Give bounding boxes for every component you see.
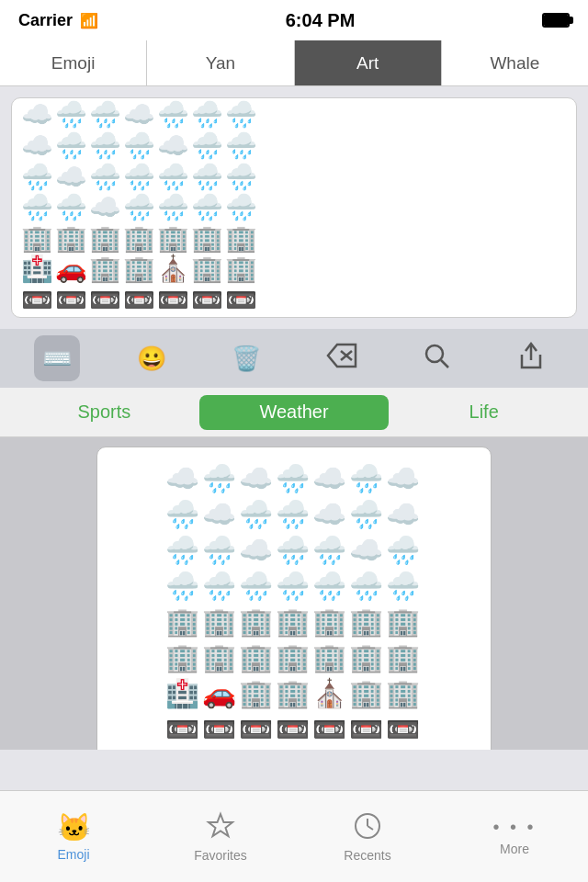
- svg-point-3: [426, 345, 443, 362]
- preview-area: ☁️🌧️🌧️☁️🌧️🌧️🌧️ ☁️🌧️🌧️🌧️☁️🌧️🌧️ 🌧️☁️🌧️🌧️🌧️…: [11, 97, 577, 318]
- emoji-face-icon: 🐱: [57, 811, 91, 843]
- tabs-row: Emoji Yan Art Whale: [0, 40, 588, 86]
- keyboard-icon: ⌨️: [42, 345, 72, 373]
- emoji-icon: 😀: [137, 345, 166, 373]
- category-weather[interactable]: Weather: [199, 395, 390, 430]
- category-life[interactable]: Life: [389, 395, 579, 430]
- star-icon: [206, 811, 235, 844]
- tab-art[interactable]: Art: [295, 40, 442, 85]
- status-left: Carrier 📶: [18, 11, 98, 30]
- trash-icon: 🗑️: [232, 345, 261, 373]
- nav-more[interactable]: • • • More: [441, 817, 588, 856]
- backspace-button[interactable]: [319, 335, 365, 381]
- nav-recents[interactable]: Recents: [294, 811, 441, 863]
- svg-line-4: [441, 360, 448, 368]
- search-button[interactable]: [413, 335, 459, 381]
- search-icon: [423, 342, 450, 376]
- tab-emoji[interactable]: Emoji: [0, 40, 147, 85]
- svg-line-9: [368, 826, 373, 830]
- clock-icon: [353, 811, 382, 844]
- share-button[interactable]: [508, 335, 554, 381]
- toolbar: ⌨️ 😀 🗑️: [0, 329, 588, 388]
- status-right: [542, 13, 570, 28]
- svg-marker-0: [328, 345, 356, 367]
- category-row: Sports Weather Life: [0, 388, 588, 437]
- svg-marker-6: [209, 814, 232, 836]
- status-time: 6:04 PM: [286, 10, 356, 31]
- emoji-button[interactable]: 😀: [129, 335, 175, 381]
- wifi-icon: 📶: [80, 12, 98, 29]
- more-dots-icon: • • •: [492, 817, 536, 838]
- backspace-icon: [326, 343, 357, 375]
- status-bar: Carrier 📶 6:04 PM: [0, 0, 588, 40]
- tab-whale[interactable]: Whale: [442, 40, 588, 85]
- category-sports[interactable]: Sports: [9, 395, 199, 430]
- main-content: ☁️🌧️☁️🌧️☁️🌧️☁️ 🌧️☁️🌧️🌧️☁️🌧️☁️ 🌧️🌧️☁️🌧️🌧️…: [0, 437, 588, 750]
- share-icon: [518, 340, 544, 378]
- tab-yan[interactable]: Yan: [147, 40, 294, 85]
- keyboard-button[interactable]: ⌨️: [34, 335, 80, 381]
- preview-emoji-grid: ☁️🌧️🌧️☁️🌧️🌧️🌧️ ☁️🌧️🌧️🌧️☁️🌧️🌧️ 🌧️☁️🌧️🌧️🌧️…: [21, 99, 259, 315]
- main-emoji-grid: ☁️🌧️☁️🌧️☁️🌧️☁️ 🌧️☁️🌧️🌧️☁️🌧️☁️ 🌧️🌧️☁️🌧️🌧️…: [165, 460, 423, 747]
- nav-favorites[interactable]: Favorites: [147, 811, 294, 863]
- nav-emoji[interactable]: 🐱 Emoji: [0, 811, 147, 862]
- battery-icon: [542, 13, 570, 28]
- carrier-label: Carrier: [18, 11, 73, 30]
- bottom-nav: 🐱 Emoji Favorites Recents • • • More: [0, 790, 588, 882]
- content-card: ☁️🌧️☁️🌧️☁️🌧️☁️ 🌧️☁️🌧️🌧️☁️🌧️☁️ 🌧️🌧️☁️🌧️🌧️…: [96, 447, 492, 750]
- delete-button[interactable]: 🗑️: [223, 335, 269, 381]
